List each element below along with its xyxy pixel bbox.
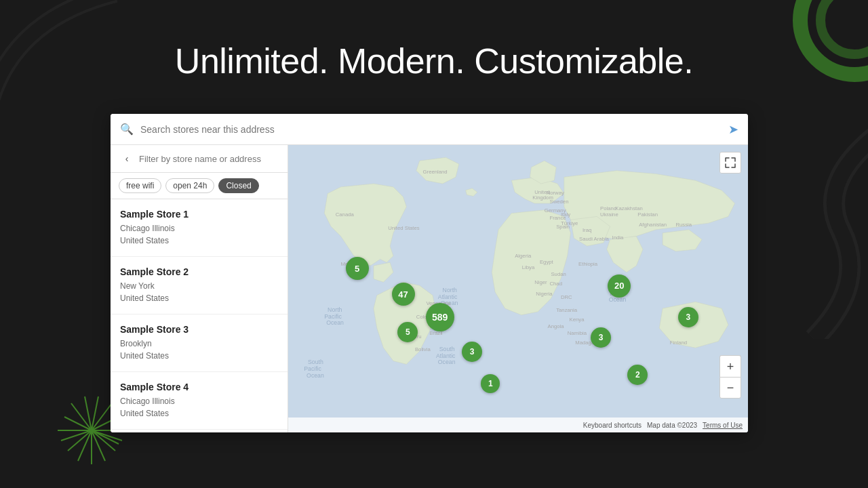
svg-line-7: [64, 417, 92, 430]
right-curve-deco: [773, 122, 868, 339]
expand-icon: [725, 157, 736, 168]
svg-text:Niger: Niger: [534, 279, 547, 285]
cluster-marker[interactable]: 5: [346, 257, 369, 280]
svg-text:India: India: [612, 235, 624, 241]
map-expand-button[interactable]: [719, 152, 741, 174]
store-name: Sample Store 2: [120, 266, 278, 277]
svg-text:Türkiye: Türkiye: [561, 220, 578, 226]
terms-of-use-link[interactable]: Terms of Use: [703, 422, 743, 429]
svg-text:Angola: Angola: [548, 323, 565, 329]
search-icon: 🔍: [120, 123, 134, 136]
svg-text:Iraq: Iraq: [583, 227, 591, 233]
svg-text:Canada: Canada: [336, 211, 355, 218]
svg-text:DRC: DRC: [561, 294, 572, 300]
svg-line-9: [61, 430, 92, 441]
svg-text:North: North: [328, 306, 342, 313]
svg-line-2: [71, 403, 92, 430]
cluster-marker[interactable]: 3: [462, 342, 482, 362]
svg-text:Atlantic: Atlantic: [436, 352, 456, 359]
store-address: Chicago IllinoisUnited States: [120, 222, 278, 247]
svg-text:Saudi Arabia: Saudi Arabia: [579, 236, 610, 242]
cluster-marker[interactable]: 20: [608, 274, 631, 298]
svg-line-11: [78, 430, 92, 461]
svg-text:Norway: Norway: [547, 190, 564, 196]
store-address: BrooklynUnited States: [120, 338, 278, 362]
keyboard-shortcuts-label[interactable]: Keyboard shortcuts: [583, 422, 642, 429]
cluster-marker[interactable]: 3: [678, 307, 698, 327]
svg-text:Tanzania: Tanzania: [556, 307, 578, 313]
zoom-controls: + −: [719, 355, 741, 399]
map-background: North Pacific Ocean North Atlantic Ocean…: [288, 145, 748, 432]
svg-text:North: North: [443, 287, 457, 293]
store-item[interactable]: Sample Store 4 Chicago IllinoisUnited St…: [111, 372, 288, 430]
svg-line-10: [68, 430, 92, 451]
svg-line-4: [92, 396, 98, 430]
filter-tags: free wifi open 24h Closed: [111, 173, 288, 199]
svg-text:Nigeria: Nigeria: [536, 291, 553, 297]
back-button[interactable]: ‹: [119, 150, 135, 167]
svg-text:Algeria: Algeria: [515, 253, 532, 259]
cluster-marker[interactable]: 3: [591, 327, 611, 348]
svg-text:Ukraine: Ukraine: [600, 211, 618, 218]
cluster-marker[interactable]: 589: [426, 303, 454, 331]
svg-text:Greenland: Greenland: [423, 169, 448, 176]
svg-text:Pacific: Pacific: [304, 365, 321, 372]
store-item[interactable]: Sample Store 2 New YorkUnited States: [111, 257, 288, 314]
svg-text:Italy: Italy: [561, 211, 570, 218]
svg-text:Libya: Libya: [522, 264, 535, 270]
svg-line-3: [85, 396, 92, 430]
svg-text:Ocean: Ocean: [438, 359, 456, 365]
svg-text:Pakistan: Pakistan: [637, 211, 658, 218]
store-item[interactable]: Sample Store 3 BrooklynUnited States: [111, 314, 288, 372]
svg-line-13: [92, 430, 105, 461]
tag-free-wifi[interactable]: free wifi: [119, 178, 161, 193]
svg-text:Poland: Poland: [600, 205, 616, 211]
svg-text:Atlantic: Atlantic: [438, 293, 458, 300]
sidebar: ‹ free wifi open 24h Closed Sample Store…: [111, 145, 288, 432]
svg-text:Kenya: Kenya: [570, 317, 585, 323]
filter-row: ‹: [111, 145, 288, 173]
tag-open-24h[interactable]: open 24h: [165, 178, 214, 193]
svg-text:Russia: Russia: [675, 222, 692, 228]
svg-text:Finland: Finland: [670, 340, 687, 346]
svg-text:South: South: [439, 346, 455, 352]
store-name: Sample Store 1: [120, 209, 278, 220]
svg-text:Egypt: Egypt: [540, 259, 554, 265]
zoom-out-button[interactable]: −: [719, 377, 741, 399]
svg-text:Sweden: Sweden: [549, 199, 568, 205]
svg-text:Sudan: Sudan: [551, 271, 566, 277]
store-address: New YorkUnited States: [120, 280, 278, 304]
navigate-icon[interactable]: ➤: [728, 122, 738, 137]
svg-text:Pacific: Pacific: [324, 313, 342, 320]
cluster-marker[interactable]: 1: [481, 374, 500, 393]
svg-text:Chad: Chad: [549, 281, 562, 287]
search-input[interactable]: [140, 124, 728, 135]
svg-text:Ocean: Ocean: [307, 372, 324, 379]
svg-line-17: [92, 430, 119, 444]
svg-text:South: South: [308, 359, 323, 365]
store-item[interactable]: Sample Store 5: [111, 430, 288, 432]
svg-text:United States: United States: [388, 225, 420, 231]
svg-line-14: [92, 430, 115, 451]
zoom-in-button[interactable]: +: [719, 355, 741, 377]
search-bar: 🔍 ➤: [111, 114, 748, 145]
main-content: ‹ free wifi open 24h Closed Sample Store…: [111, 145, 748, 432]
svg-text:Ocean: Ocean: [609, 296, 627, 303]
cluster-marker[interactable]: 5: [397, 322, 418, 342]
page-headline: Unlimited. Modern. Customizable.: [0, 41, 868, 81]
cluster-marker[interactable]: 47: [392, 283, 415, 306]
map-footer: Keyboard shortcuts Map data ©2023 Terms …: [288, 418, 748, 432]
tag-closed[interactable]: Closed: [218, 178, 258, 193]
store-list: Sample Store 1 Chicago IllinoisUnited St…: [111, 199, 288, 432]
store-name: Sample Store 4: [120, 382, 278, 392]
store-name: Sample Store 3: [120, 324, 278, 335]
store-locator-widget: 🔍 ➤ ‹ free wifi open 24h Closed Sample S…: [111, 114, 748, 432]
cluster-marker[interactable]: 2: [627, 365, 648, 385]
svg-line-5: [92, 403, 112, 430]
svg-text:Kazakhstan: Kazakhstan: [615, 205, 642, 211]
filter-input[interactable]: [139, 154, 279, 164]
store-item[interactable]: Sample Store 1 Chicago IllinoisUnited St…: [111, 199, 288, 257]
map-area[interactable]: North Pacific Ocean North Atlantic Ocean…: [288, 145, 748, 432]
svg-text:Bolivia: Bolivia: [415, 346, 431, 352]
svg-text:Afghanistan: Afghanistan: [639, 222, 667, 228]
